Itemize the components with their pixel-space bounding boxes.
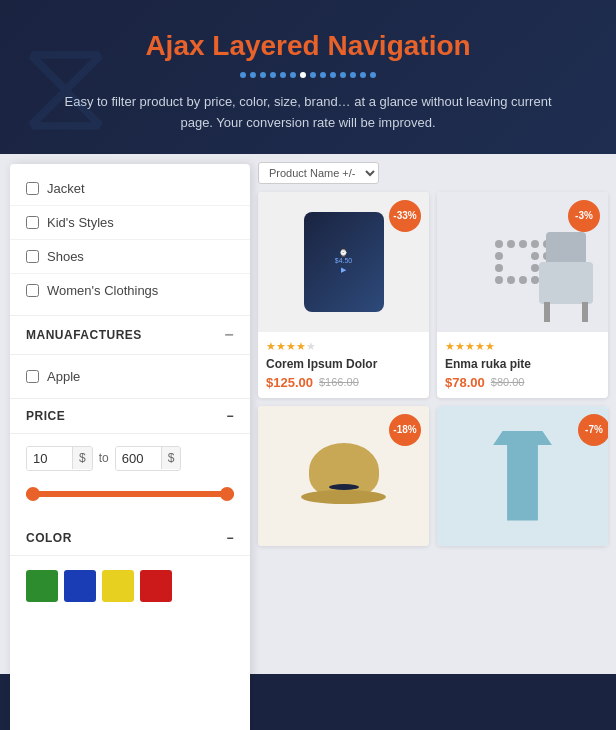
sort-select[interactable]: Product Name +/- [258, 162, 379, 184]
color-swatch-yellow[interactable] [102, 570, 134, 602]
chair-image [536, 232, 596, 322]
product-body-watch: ★★★★★ Corem Ipsum Dolor $125.00 $166.00 [258, 332, 429, 398]
category-label-shoes: Shoes [47, 249, 84, 264]
filter-panel: Jacket Kid's Styles Shoes Women's Clothi… [10, 164, 250, 730]
manufactures-list: Apple [10, 355, 250, 399]
sort-bar: Product Name +/- [258, 162, 608, 184]
product-price-current-chair: $78.00 [445, 375, 485, 390]
hat-image [301, 433, 386, 518]
price-inputs: $ to $ [10, 434, 250, 479]
product-stars-watch: ★★★★★ [266, 340, 421, 353]
manufactures-toggle-icon: − [224, 326, 234, 344]
price-header[interactable]: PRICE − [10, 399, 250, 434]
product-stars-chair: ★★★★★ [445, 340, 600, 353]
price-min-group: $ [26, 446, 93, 471]
manufactures-title: MANUAFACTURES [26, 328, 142, 342]
product-prices-watch: $125.00 $166.00 [266, 375, 421, 390]
category-item-womens[interactable]: Women's Clothings [10, 274, 250, 307]
product-badge-hat: -18% [389, 414, 421, 446]
color-title: COLOR [26, 531, 72, 545]
price-min-input[interactable] [27, 447, 72, 470]
product-name-watch: Corem Ipsum Dolor [266, 357, 421, 371]
product-img-shirt: -7% [437, 406, 608, 546]
hero-dots [20, 72, 596, 78]
product-price-current-watch: $125.00 [266, 375, 313, 390]
shirt-image [488, 431, 558, 521]
price-slider-handle-right[interactable] [220, 487, 234, 501]
color-swatch-green[interactable] [26, 570, 58, 602]
category-checkbox-womens[interactable] [26, 284, 39, 297]
product-card-watch: ⌚$4.50▶ -33% ★★★★★ Corem Ipsum Dolor $12… [258, 192, 429, 398]
product-img-watch: ⌚$4.50▶ -33% [258, 192, 429, 332]
manufacturer-label-apple: Apple [47, 369, 80, 384]
product-body-chair: ★★★★★ Enma ruka pite $78.00 $80.00 [437, 332, 608, 398]
product-card-shirt: -7% [437, 406, 608, 546]
product-name-chair: Enma ruka pite [445, 357, 600, 371]
category-item-kids[interactable]: Kid's Styles [10, 206, 250, 240]
color-swatch-red[interactable] [140, 570, 172, 602]
product-card-chair: -3% ★★★★★ Enma ruka pite $78.00 $80.00 [437, 192, 608, 398]
manufactures-header[interactable]: MANUAFACTURES − [10, 316, 250, 355]
product-badge-watch: -33% [389, 200, 421, 232]
color-swatches [10, 556, 250, 616]
price-slider-handle-left[interactable] [26, 487, 40, 501]
product-badge-shirt: -7% [578, 414, 608, 446]
products-row-2: -18% -7% [258, 406, 608, 546]
color-toggle-icon: − [226, 531, 234, 545]
category-checkbox-jacket[interactable] [26, 182, 39, 195]
category-label-womens: Women's Clothings [47, 283, 158, 298]
category-checkbox-kids[interactable] [26, 216, 39, 229]
hero-section: ⧖ Ajax Layered Navigation Easy to filter… [0, 0, 616, 154]
price-max-currency: $ [161, 447, 181, 469]
product-prices-chair: $78.00 $80.00 [445, 375, 600, 390]
watch-image: ⌚$4.50▶ [304, 212, 384, 312]
product-price-original-watch: $166.00 [319, 376, 359, 388]
price-title: PRICE [26, 409, 65, 423]
color-header[interactable]: COLOR − [10, 521, 250, 556]
category-item-shoes[interactable]: Shoes [10, 240, 250, 274]
category-checkbox-shoes[interactable] [26, 250, 39, 263]
category-list: Jacket Kid's Styles Shoes Women's Clothi… [10, 164, 250, 316]
price-toggle-icon: − [226, 409, 234, 423]
color-swatch-blue[interactable] [64, 570, 96, 602]
price-slider-fill [26, 491, 234, 497]
product-price-original-chair: $80.00 [491, 376, 525, 388]
manufacturer-item-apple[interactable]: Apple [10, 361, 250, 392]
category-label-jacket: Jacket [47, 181, 85, 196]
product-card-hat: -18% [258, 406, 429, 546]
hero-title: Ajax Layered Navigation [20, 30, 596, 62]
hero-title-plain: Ajax Layered [145, 30, 327, 61]
content-area: Jacket Kid's Styles Shoes Women's Clothi… [0, 154, 616, 674]
category-label-kids: Kid's Styles [47, 215, 114, 230]
hero-subtitle: Easy to filter product by price, color, … [48, 92, 568, 134]
product-grid-area: Product Name +/- ⌚$4.50▶ -33% ★★★★★ Core… [250, 154, 616, 674]
product-img-chair: -3% [437, 192, 608, 332]
product-img-hat: -18% [258, 406, 429, 546]
price-slider[interactable] [10, 479, 250, 521]
price-max-group: $ [115, 446, 182, 471]
manufacturer-checkbox-apple[interactable] [26, 370, 39, 383]
price-max-input[interactable] [116, 447, 161, 470]
price-to-label: to [99, 451, 109, 465]
category-item-jacket[interactable]: Jacket [10, 172, 250, 206]
products-row-1: ⌚$4.50▶ -33% ★★★★★ Corem Ipsum Dolor $12… [258, 192, 608, 398]
price-min-currency: $ [72, 447, 92, 469]
price-slider-track [26, 491, 234, 497]
product-badge-chair: -3% [568, 200, 600, 232]
hero-title-accent: Navigation [327, 30, 470, 61]
